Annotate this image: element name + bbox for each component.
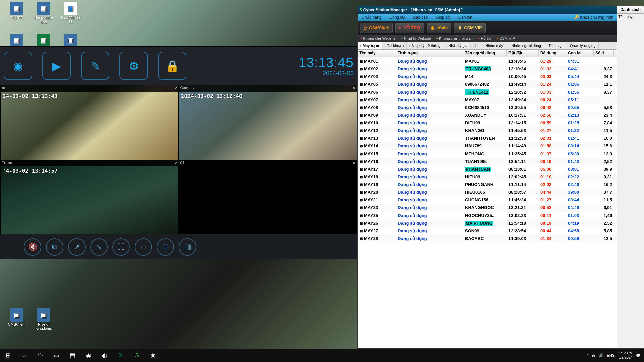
excel-icon[interactable]: X (113, 349, 129, 362)
desktop-icon[interactable]: ▣This PC (5, 2, 29, 20)
column-header[interactable]: Tên máy (358, 50, 396, 57)
subtoolbar-item[interactable]: Khống chế Website (358, 36, 398, 41)
desktop-icon[interactable]: ▣ (58, 34, 83, 48)
table-row[interactable]: MAY13Đang sử dụngTHANHTUYEN11:12:3802:01… (358, 134, 617, 142)
chrome-icon[interactable]: ◉ (145, 349, 161, 362)
camera-app-icon[interactable]: ◉ (80, 349, 97, 362)
column-header[interactable]: Tên người dùng (463, 50, 507, 57)
tab-6[interactable]: Dịch vụ (544, 42, 565, 49)
desktop-icon[interactable]: ▣Rise of Kingdoms (32, 308, 56, 330)
tab-2[interactable]: Nhật ký hệ thống (407, 42, 443, 49)
table-row[interactable]: MAY17Đang sử dụngPHANTUAN08:13:0105:0008… (358, 165, 617, 173)
grid4-icon[interactable]: ▦ (157, 238, 174, 256)
edit-icon[interactable]: ✎ (81, 52, 109, 80)
fullscreen-icon[interactable]: ⛶ (112, 238, 130, 256)
table-row[interactable]: MAY05Đang sử dụng090667240211:49:1401:24… (358, 80, 617, 88)
table-row[interactable]: MAY26Đang sử dụngMAIPHUONG12:54:1800:190… (358, 219, 617, 227)
language-indicator[interactable]: ENG (607, 353, 615, 357)
support-button[interactable]: ⭑ HỖ TRỢ (395, 23, 424, 33)
desktop-icon[interactable]: ▣Hàng Kiểm Kho (32, 2, 56, 24)
menu-item[interactable]: Báo cáo (409, 15, 432, 20)
desktop-icon[interactable]: ▣ (32, 34, 56, 48)
tab-0[interactable]: Máy trạm (358, 42, 382, 50)
table-row[interactable]: MAY20Đang sử dụngHIEU016608:28:5704:4439… (358, 188, 617, 196)
table-row[interactable]: MAY16Đang sử dụngTUAN199512:54:1100:1901… (358, 158, 617, 165)
taskbar-clock[interactable]: 1:13 PM3/2/2024 (618, 351, 633, 360)
table-row[interactable]: MAY01Đang sử dụngMAY0111:43:4501:2904:31 (358, 57, 617, 65)
subtoolbar-item[interactable]: CSM VIP (494, 36, 518, 40)
import-icon[interactable]: ↘ (90, 238, 108, 256)
tab-3[interactable]: Nhật ký giao dịch (443, 42, 480, 49)
gear-icon[interactable]: ⚙ (119, 52, 148, 80)
cortana-icon[interactable]: ◠ (32, 349, 48, 362)
camera-feed-1[interactable]: m×24-03-02 13:13:43 (0, 85, 179, 160)
camera-feed-2[interactable]: Game sau×2024-03-02 13:12:40 (179, 85, 357, 160)
column-header[interactable]: Số ti (594, 50, 614, 57)
close-icon[interactable]: × (174, 161, 177, 166)
desktop-icon[interactable]: ▣TeamViewer 11 (58, 2, 83, 24)
table-row[interactable]: MAY19Đang sử dụngPHUONGANH11:11:1402:020… (358, 181, 617, 188)
tab-4[interactable]: Nhóm máy (480, 42, 506, 49)
table-row[interactable]: MAY06Đang sử dụngTHIEN141212:10:3201:030… (358, 88, 617, 96)
close-icon[interactable]: × (174, 86, 177, 91)
desktop-icon[interactable]: ▣CMSClient (5, 308, 29, 326)
subtoolbar-item[interactable]: Nhật ký Website (398, 36, 433, 41)
table-row[interactable]: MAY02Đang sử dụngTRUNG040312:10:3401:030… (358, 65, 617, 73)
grid9-icon[interactable]: ▦ (179, 238, 196, 256)
table-row[interactable]: MAY15Đang sử dụngMTHONG11:35:4501:3705:3… (358, 150, 617, 158)
close-icon[interactable]: × (353, 86, 355, 91)
table-row[interactable]: MAY18Đang sử dụngHIEU0912:02:4501:1002:2… (358, 173, 617, 181)
column-header[interactable]: Còn lại (566, 50, 594, 57)
csm-taskbar-icon[interactable]: $ (129, 349, 145, 362)
start-button[interactable]: ⊞ (0, 349, 16, 362)
vip-button[interactable]: ♛ CSM VIP (454, 23, 485, 33)
calculator-icon[interactable]: ▤ (64, 349, 80, 362)
search-icon[interactable]: ⌕ (16, 349, 32, 362)
esale-button[interactable]: ◉ eSale (427, 23, 451, 33)
play-icon[interactable]: ▶ (42, 52, 71, 80)
volume-icon[interactable]: 🔊 (599, 353, 603, 358)
table-row[interactable]: MAY12Đang sử dụngKHANGG11:45:5301:2701:2… (358, 127, 617, 134)
csmclick-button[interactable]: ◔ CSMClick (360, 23, 393, 33)
table-row[interactable]: MAY10Đang sử dụngDIEU9912:14:1500:5901:2… (358, 119, 617, 127)
tray-chevron-icon[interactable]: ˄ (586, 353, 588, 358)
lock-program-button[interactable]: 🔑 Khóa chương trình (574, 15, 617, 20)
menu-item[interactable]: Giúp đỡ (432, 15, 454, 20)
menu-item[interactable]: Liên kết (454, 15, 476, 20)
menu-item[interactable]: Công cụ (385, 15, 409, 20)
table-row[interactable]: MAY09Đang sử dụngXUANDUY10:17:3102:5602:… (358, 111, 617, 119)
table-row[interactable]: MAY08Đang sử dụng033698451012:30:5500:42… (358, 104, 617, 111)
table-row[interactable]: MAY28Đang sử dụngBACABC11:39:0301:3400:5… (358, 235, 617, 242)
mute-icon[interactable]: 🔇 (24, 238, 41, 256)
lock-icon[interactable]: 🔒 (158, 52, 186, 80)
network-icon[interactable]: 🖧 (592, 353, 595, 357)
menu-item[interactable]: Chức năng (358, 15, 385, 20)
taskview-icon[interactable]: ▭ (48, 349, 64, 362)
subtoolbar-item[interactable]: Khống chế thời gian (434, 36, 475, 41)
column-header[interactable]: Tình trạng (396, 50, 463, 57)
camera-feed-4[interactable]: 04× (179, 160, 357, 235)
table-body[interactable]: MAY01Đang sử dụngMAY0111:43:4501:2904:31… (358, 57, 617, 348)
table-row[interactable]: MAY23Đang sử dụngKHANGNGOC12:21:3100:520… (358, 204, 617, 212)
notifications-icon[interactable]: 💬 (636, 353, 641, 358)
table-row[interactable]: MAY03Đang sử dụngM1410:09:4503:0305:4424… (358, 73, 617, 80)
column-header[interactable]: Bắt đầu (507, 50, 539, 57)
table-row[interactable]: MAY07Đang sử dụngMAY0712:49:3400:2405:11 (358, 96, 617, 104)
close-icon[interactable]: × (353, 161, 355, 166)
desktop-icon[interactable]: ▣ (5, 34, 29, 48)
tab-5[interactable]: Nhóm người dùng (506, 42, 544, 49)
single-view-icon[interactable]: □ (135, 238, 152, 256)
table-row[interactable]: MAY25Đang sử dụngNGOCHUY25...13:02:2300:… (358, 212, 617, 219)
film-reel-icon[interactable]: ◉ (4, 52, 32, 80)
table-row[interactable]: MAY21Đang sử dụngCUONG15611:46:3401:2708… (358, 196, 617, 204)
table-row[interactable]: MAY27Đang sử dụngSON9912:28:5400:4404:58… (358, 227, 617, 235)
system-tray[interactable]: ˄ 🖧 🔊 ENG 1:13 PM3/2/2024 💬 (586, 351, 644, 360)
export-icon[interactable]: ↗ (68, 238, 86, 256)
tab-1[interactable]: Tài khoản (382, 42, 407, 49)
browser-icon[interactable]: ◐ (97, 349, 113, 362)
camera-feed-3[interactable]: Trước×'4-03-02 13:14:57 (0, 160, 179, 235)
tab-7[interactable]: Quản lý ứng dụ (565, 42, 599, 49)
snapshot-icon[interactable]: ⧉ (46, 238, 63, 256)
column-header[interactable]: Đã dùng (539, 50, 566, 57)
table-row[interactable]: MAY14Đang sử dụngHAU78911:14:4801:5803:1… (358, 142, 617, 150)
